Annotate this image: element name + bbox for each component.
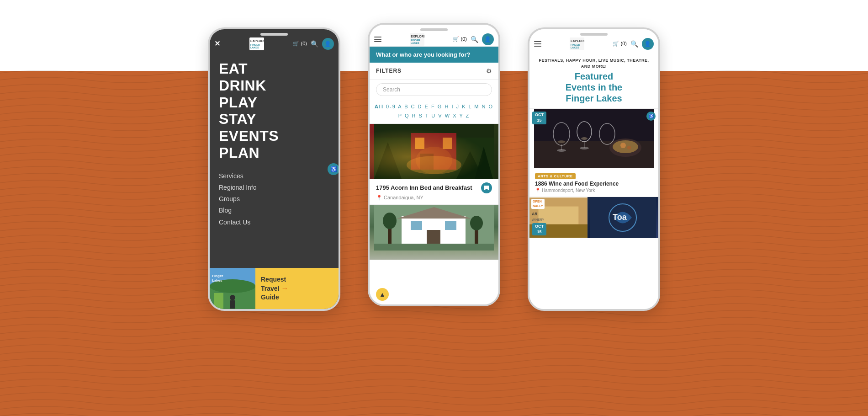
alpha-u[interactable]: U [431, 113, 436, 118]
alpha-x[interactable]: X [453, 113, 457, 118]
alpha-n[interactable]: N [482, 104, 487, 109]
cart-icon-2[interactable]: 🛒 (0) [453, 36, 467, 42]
alpha-p[interactable]: P [398, 113, 402, 118]
svg-text:Lakes: Lakes [212, 278, 222, 283]
cart-icon-3[interactable]: 🛒 (0) [613, 41, 627, 47]
alpha-s[interactable]: S [419, 113, 423, 118]
travel-guide-image: Finger Lakes [210, 268, 255, 309]
alpha-v[interactable]: V [438, 113, 442, 118]
alpha-r[interactable]: R [412, 113, 417, 118]
filters-label: FILTERS [376, 68, 402, 74]
listing-card-1[interactable]: 1795 Acorn Inn Bed and Breakfast 📍 Canan… [370, 124, 498, 205]
main-menu: EAT DRINK PLAY STAY EVENTS PLAN [219, 60, 329, 161]
phone2-logo: EXPLORE FINGER LAKES [410, 33, 424, 46]
alpha-a[interactable]: A [398, 104, 402, 109]
event-card-1[interactable]: OCT 15 ♿ Arts & Culture 1886 Wine and Fo… [529, 109, 658, 197]
travel-guide-banner[interactable]: Finger Lakes Request Travel → Guide [210, 268, 339, 309]
phone3-header-icons: 🛒 (0) 🔍 👤 [613, 38, 654, 50]
alpha-b[interactable]: B [404, 104, 408, 109]
alpha-k[interactable]: K [462, 104, 466, 109]
event-location-1: 📍 Hammondsport, New York [535, 188, 653, 193]
menu-eat[interactable]: EAT [219, 60, 329, 77]
alpha-all[interactable]: All [375, 104, 384, 109]
close-button[interactable]: ✕ [214, 39, 220, 48]
listing-card-2[interactable] [370, 205, 498, 260]
search-icon[interactable]: 🔍 [311, 40, 318, 48]
accessibility-button[interactable]: ♿ [328, 163, 339, 175]
alpha-l[interactable]: L [469, 104, 472, 109]
phone3-content: Festivals, Happy Hour, Live Music, Theat… [529, 51, 658, 309]
alpha-o[interactable]: O [489, 104, 494, 109]
alpha-y[interactable]: Y [459, 113, 463, 118]
filters-icon[interactable]: ⚙ [486, 67, 492, 75]
phone-3-events: EXPLORE FINGER LAKES 🛒 (0) 🔍 👤 Festivals… [528, 27, 660, 311]
alpha-t[interactable]: T [425, 113, 429, 118]
alpha-d[interactable]: D [418, 104, 423, 109]
svg-point-10 [230, 295, 235, 300]
event-card-2[interactable]: AR WINERY OPENNALLY OCT 15 T [529, 197, 658, 238]
hamburger-menu-3[interactable] [534, 41, 541, 47]
menu-play[interactable]: PLAY [219, 94, 329, 111]
phone-1-menu: ✕ EXPLORE FINGER LAKES 🛒 (0) 🔍 👤 EAT DRI [208, 27, 340, 311]
listing-image-2 [370, 205, 498, 260]
alphabet-filter: All 0-9 A B C D E F G H I J K L M N [370, 100, 498, 124]
menu-drink[interactable]: DRINK [219, 77, 329, 94]
svg-point-37 [383, 213, 397, 229]
alpha-j[interactable]: J [456, 104, 460, 109]
svg-rect-23 [420, 154, 434, 170]
alpha-g[interactable]: G [438, 104, 443, 109]
search-icon-3[interactable]: 🔍 [630, 40, 638, 48]
svg-point-24 [407, 156, 461, 174]
svg-marker-26 [374, 142, 402, 179]
event-title-1: 1886 Wine and Food Experience [535, 181, 653, 187]
svg-rect-22 [443, 138, 452, 149]
alpha-e[interactable]: E [425, 104, 429, 109]
listing-image-1 [370, 124, 498, 179]
phone-2-search: EXPLORE FINGER LAKES 🛒 (0) 🔍 👤 What or w… [368, 23, 500, 306]
svg-rect-20 [411, 133, 456, 170]
alpha-c[interactable]: C [411, 104, 416, 109]
menu-events[interactable]: EVENTS [219, 128, 329, 144]
listing-save-button[interactable] [481, 182, 492, 193]
svg-rect-33 [445, 221, 456, 230]
event-card-2-right: Toa [587, 197, 658, 238]
scroll-top-button[interactable]: ▲ [376, 288, 389, 301]
phone1-content: EAT DRINK PLAY STAY EVENTS PLAN Services… [210, 51, 339, 309]
menu-services[interactable]: Services [219, 171, 329, 182]
secondary-menu: Services Regional Info Groups Blog Conta… [219, 171, 329, 228]
user-button-2[interactable]: 👤 [482, 33, 494, 45]
user-button[interactable]: 👤 [322, 38, 334, 50]
hamburger-line-3-1 [534, 41, 541, 42]
menu-stay[interactable]: STAY [219, 111, 329, 128]
svg-point-58 [627, 146, 631, 149]
alpha-h[interactable]: H [445, 104, 449, 109]
phone1-header: ✕ EXPLORE FINGER LAKES 🛒 (0) 🔍 👤 [210, 29, 339, 51]
menu-groups[interactable]: Groups [219, 193, 329, 205]
events-promo-subtitle: Festivals, Happy Hour, Live Music, Theat… [536, 58, 652, 69]
menu-regional-info[interactable]: Regional Info [219, 182, 329, 193]
events-promo-title: Featured Events in the Finger Lakes [536, 71, 652, 104]
travel-arrow: → [281, 284, 288, 292]
alpha-m[interactable]: M [474, 104, 479, 109]
user-button-3[interactable]: 👤 [642, 38, 654, 50]
phone1-logo: EXPLORE FINGER LAKES [249, 37, 264, 50]
menu-contact[interactable]: Contact Us [219, 217, 329, 228]
menu-plan[interactable]: PLAN [219, 144, 329, 161]
search-input[interactable]: Search [376, 83, 492, 96]
menu-blog[interactable]: Blog [219, 205, 329, 216]
cart-icon[interactable]: 🛒 (0) [293, 41, 307, 47]
hamburger-menu[interactable] [374, 37, 381, 42]
search-icon-2[interactable]: 🔍 [471, 36, 478, 43]
alpha-q[interactable]: Q [405, 113, 410, 118]
alpha-row-1: All 0-9 A B C D E F G H I J K L M N [374, 102, 494, 112]
svg-rect-18 [374, 124, 494, 179]
svg-text:LAKES: LAKES [411, 42, 419, 44]
alpha-09[interactable]: 0-9 [386, 104, 396, 109]
svg-rect-35 [374, 244, 494, 251]
travel-guide-text[interactable]: Request Travel → Guide [255, 268, 339, 309]
alpha-w[interactable]: W [445, 113, 450, 118]
alpha-i[interactable]: I [451, 104, 454, 109]
alpha-z[interactable]: Z [466, 113, 470, 118]
alpha-f[interactable]: F [431, 104, 435, 109]
svg-text:Finger: Finger [212, 274, 223, 278]
